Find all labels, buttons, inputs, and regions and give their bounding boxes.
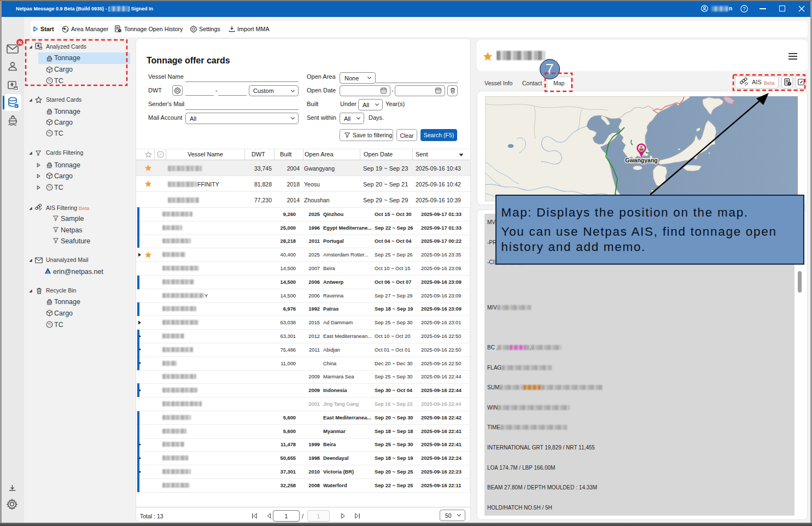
- svg-text:TC: TC: [48, 132, 51, 135]
- svg-text:?: ?: [743, 6, 746, 11]
- svg-text:TC: TC: [48, 186, 51, 189]
- svg-text:TC: TC: [48, 323, 51, 326]
